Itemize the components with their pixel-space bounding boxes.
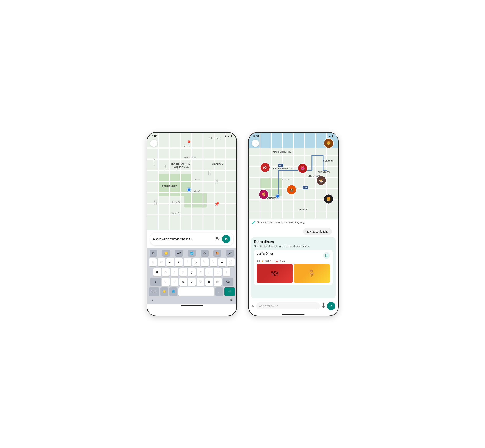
kb-voice-btn[interactable]: 🎤 [226,250,234,257]
kb-key-h[interactable]: h [197,268,204,276]
back-button-2[interactable]: ← [252,140,259,147]
kb-key-o[interactable]: o [218,258,226,266]
map-area-2[interactable]: MARINA DISTRICT PACIFIC HEIGHTS TENDERLO… [249,133,338,219]
svg-text:Lyon St: Lyon St [164,164,166,170]
follow-up-bar: ↻ Ask a follow up ↗ [249,300,338,312]
phones-container: 9:30 ♦ ▲ ▮ [147,132,339,316]
kb-key-w[interactable]: w [158,258,165,266]
svg-text:CHINATOWN: CHINATOWN [317,171,330,173]
kb-period-key[interactable]: . [215,288,223,296]
kb-key-b[interactable]: b [197,278,204,286]
kb-key-y[interactable]: y [192,258,200,266]
bookmark-button[interactable] [323,252,330,259]
submit-button-1[interactable] [222,235,230,243]
kb-gif-btn[interactable]: GIF [175,250,183,257]
svg-text:📌: 📌 [214,201,219,207]
kb-num-key[interactable]: ?123 [149,288,159,296]
kb-key-c[interactable]: c [179,278,187,286]
kb-toolbar: ⊞ 😊 GIF 🌐 ⚙ 🎨 🎤 [148,249,236,258]
status-bar-1: 9:30 ♦ ▲ ▮ [147,133,236,139]
ai-icon: 🧪 [252,221,256,224]
kb-key-t[interactable]: t [184,258,191,266]
svg-text:Haight St: Haight St [171,201,180,203]
kb-key-g[interactable]: g [188,268,196,276]
svg-text:ALAMO S: ALAMO S [212,162,223,165]
kb-rows: q w e r t y u i o p a [148,258,236,286]
mic-button-2[interactable] [322,304,325,309]
kb-grid-btn[interactable]: ⊞ [150,250,157,257]
follow-up-input[interactable]: Ask a follow up [256,303,320,309]
kb-lang-key[interactable]: 🌐 [170,288,177,296]
kb-key-n[interactable]: n [205,278,213,286]
kb-key-q[interactable]: q [149,258,157,266]
svg-text:Turk Blv: Turk Blv [182,145,190,147]
kb-extra-row: ⌄ ⊞ [148,296,236,303]
kb-backspace-key[interactable]: ⌫ [223,278,233,286]
kb-key-p[interactable]: p [227,258,234,266]
kb-shift-key[interactable]: ⇧ [150,278,161,286]
kb-settings-btn[interactable]: ⚙ [201,250,209,257]
svg-text:PANHANDLE: PANHANDLE [162,185,177,187]
kb-key-x[interactable]: x [171,278,178,286]
svg-text:🍴: 🍴 [207,170,212,175]
svg-text:↗: ↗ [330,304,332,308]
wifi-icon-2: ▲ [329,135,331,137]
send-button-2[interactable]: ↗ [327,302,335,310]
svg-text:McAllister St: McAllister St [184,156,196,159]
place-name: Lori's Diner [257,252,273,256]
mic-button-1[interactable] [214,236,220,242]
kb-enter-key[interactable]: ⏎ [224,288,235,296]
status-time-1: 9:30 [152,134,157,138]
grid-icon[interactable]: ⊞ [230,298,233,301]
svg-text:Oak St: Oak St [194,190,200,192]
kb-key-a[interactable]: a [154,268,161,276]
kb-key-j[interactable]: j [205,268,213,276]
svg-text:🌺: 🌺 [300,166,305,170]
kb-key-k[interactable]: k [214,268,222,276]
svg-text:Waller St: Waller St [171,212,180,214]
kb-key-s[interactable]: s [162,268,170,276]
kb-key-r[interactable]: r [175,258,183,266]
refresh-button[interactable]: ↻ [251,304,254,308]
kb-comma-key[interactable]: 😊 [160,288,168,296]
ai-notice-text: Generative AI experiment. Info quality m… [257,221,305,224]
map-svg-1: Turk Blv Golden Gate McAllister St Fell … [147,133,236,230]
svg-text:PANHANDLE: PANHANDLE [172,165,189,168]
status-time-2: 9:30 [253,134,259,138]
star-icon: ★ [261,260,263,263]
svg-text:Geary Blvd: Geary Blvd [282,179,291,181]
map-area-1[interactable]: Turk Blv Golden Gate McAllister St Fell … [147,133,236,230]
search-query-1: places with a vintage vibe in SF [153,237,212,241]
svg-point-37 [186,187,192,192]
kb-key-u[interactable]: u [201,258,209,266]
kb-theme-btn[interactable]: 🎨 [213,250,221,257]
user-query-bubble: how about lunch? [303,228,332,235]
keyboard-1[interactable]: ⊞ 😊 GIF 🌐 ⚙ 🎨 🎤 q w e [147,248,236,304]
home-indicator-1 [180,305,203,306]
svg-point-73 [275,193,280,199]
back-button-1[interactable]: ← [150,140,157,147]
kb-key-d[interactable]: d [171,268,178,276]
bottom-section-2: 🧪 Generative AI experiment. Info quality… [249,219,338,312]
place-item-loris-diner[interactable]: Lori's Diner 4.1 ★ (3,889) • [254,250,333,285]
search-bar-1[interactable]: places with a vintage vibe in SF [150,232,233,245]
place-reviews: (3,889) [265,260,272,263]
kb-key-l[interactable]: l [223,268,230,276]
phone-2: 9:30 ♦ ▲ ▮ [248,132,339,316]
svg-text:ASHBURY: ASHBURY [266,197,276,199]
kb-key-z[interactable]: z [162,278,170,286]
svg-text:🍽: 🍽 [263,165,267,169]
kb-space-key[interactable] [178,288,214,296]
svg-text:🍜: 🍜 [319,178,323,183]
kb-key-m[interactable]: m [214,278,222,286]
chevron-down-icon[interactable]: ⌄ [151,298,154,302]
status-bar-2: 9:30 ♦ ▲ ▮ [249,133,338,139]
place-image-2: 🪑 [294,264,330,283]
kb-key-e[interactable]: e [166,258,174,266]
kb-translate-btn[interactable]: 🌐 [188,250,196,257]
kb-key-f[interactable]: f [179,268,187,276]
kb-key-i[interactable]: i [210,258,217,266]
kb-emoji-btn[interactable]: 😊 [162,250,170,257]
svg-text:MISSION: MISSION [299,208,307,210]
kb-key-v[interactable]: v [188,278,196,286]
